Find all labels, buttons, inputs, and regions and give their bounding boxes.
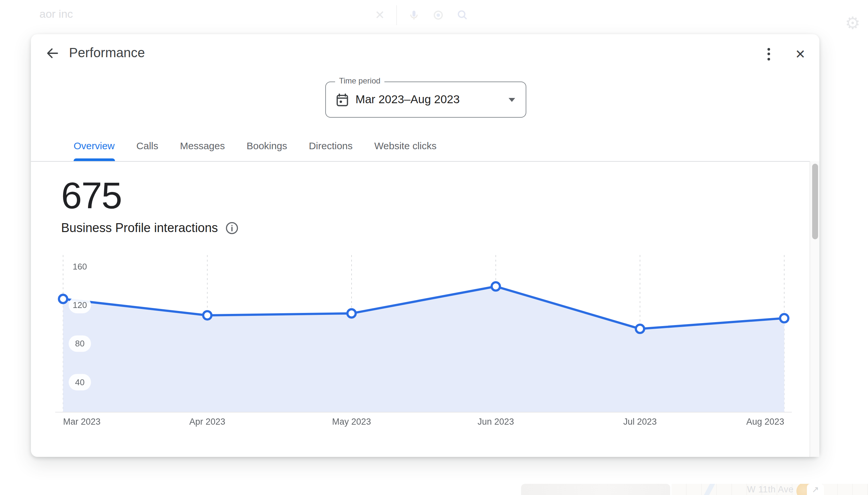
tab-overview[interactable]: Overview — [74, 131, 115, 161]
ytick-label-40: 40 — [75, 377, 85, 387]
search-input[interactable]: aor inc — [39, 8, 73, 21]
photo-thumbnail — [521, 484, 670, 495]
microphone-icon[interactable] — [405, 6, 423, 24]
gear-icon[interactable]: ⚙ — [845, 15, 861, 32]
data-point-Jun 2023[interactable] — [492, 282, 500, 291]
map-road — [702, 484, 715, 495]
tab-messages[interactable]: Messages — [180, 131, 225, 161]
back-button[interactable] — [44, 45, 61, 62]
metric-value: 675 — [61, 173, 122, 217]
expand-map-button[interactable]: ↗ — [807, 484, 824, 495]
area-fill — [63, 286, 784, 412]
chevron-down-icon — [509, 98, 515, 102]
clear-search-icon[interactable]: ✕ — [371, 6, 388, 24]
xtick-label-May 2023: May 2023 — [332, 417, 371, 427]
tabs-divider — [31, 161, 819, 161]
ytick-label-160: 160 — [73, 262, 87, 272]
interactions-area-chart: 4080120160Mar 2023Apr 2023May 2023Jun 20… — [55, 255, 792, 434]
xtick-label-Aug 2023: Aug 2023 — [746, 417, 784, 427]
street-label: W 11th Ave — [747, 484, 794, 494]
calendar-icon — [335, 92, 350, 107]
search-icon[interactable] — [454, 6, 471, 24]
performance-dialog: Performance ✕ Time period Mar 2023–Aug 2… — [31, 34, 819, 457]
time-period-select[interactable]: Time period Mar 2023–Aug 2023 — [325, 82, 526, 118]
xtick-label-Jun 2023: Jun 2023 — [477, 417, 514, 427]
dialog-header: Performance ✕ — [31, 34, 819, 71]
metric-label: Business Profile interactions — [61, 221, 218, 235]
data-point-Mar 2023[interactable] — [59, 295, 67, 303]
ytick-label-120: 120 — [73, 300, 87, 310]
more-options-icon[interactable] — [758, 43, 780, 65]
data-point-Aug 2023[interactable] — [780, 314, 788, 322]
page: aor inc ✕ ⚙ W 11th Ave ↗ Performance ✕ — [0, 0, 868, 495]
close-icon[interactable]: ✕ — [789, 43, 812, 65]
dialog-title: Performance — [69, 45, 145, 61]
data-point-May 2023[interactable] — [347, 309, 355, 318]
ytick-label-80: 80 — [75, 339, 85, 348]
xtick-label-Apr 2023: Apr 2023 — [189, 417, 225, 427]
tab-website-clicks[interactable]: Website clicks — [374, 131, 437, 161]
data-point-Jul 2023[interactable] — [636, 325, 644, 333]
data-point-Apr 2023[interactable] — [203, 311, 211, 320]
time-period-value: Mar 2023–Aug 2023 — [355, 93, 460, 106]
tab-bookings[interactable]: Bookings — [246, 131, 287, 161]
scrollbar-thumb[interactable] — [812, 164, 818, 239]
tab-calls[interactable]: Calls — [136, 131, 158, 161]
scrollbar-track[interactable] — [810, 161, 819, 457]
info-icon[interactable] — [225, 222, 238, 235]
search-bar: aor inc ✕ ⚙ — [0, 0, 868, 34]
tab-directions[interactable]: Directions — [309, 131, 353, 161]
search-divider — [396, 5, 397, 25]
xtick-label-Jul 2023: Jul 2023 — [623, 417, 657, 427]
xtick-label-Mar 2023: Mar 2023 — [63, 417, 101, 427]
camera-lens-icon[interactable] — [430, 6, 447, 24]
time-period-label: Time period — [335, 76, 384, 85]
map-preview: W 11th Ave ↗ — [672, 484, 868, 495]
performance-tabs: OverviewCallsMessagesBookingsDirectionsW… — [74, 131, 437, 161]
